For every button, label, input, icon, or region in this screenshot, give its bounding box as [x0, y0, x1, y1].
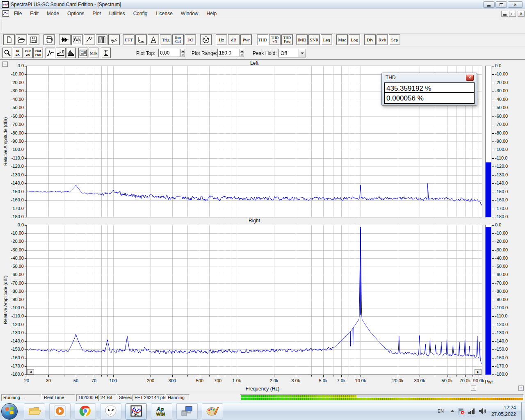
io-device-button[interactable]: I/O — [185, 34, 196, 45]
step-plot-button[interactable] — [56, 48, 66, 58]
imd-button[interactable]: IMD — [296, 34, 308, 45]
mdi-minimize-button[interactable] — [501, 11, 508, 17]
menu-item-plot[interactable]: Plot — [88, 9, 105, 18]
right-spectrum-plot[interactable] — [26, 225, 482, 375]
zoom-button[interactable] — [2, 48, 12, 58]
zoom-out-full-button[interactable]: OutFull — [33, 48, 43, 58]
spectrum-view-button[interactable] — [71, 34, 83, 45]
new-file-button[interactable] — [3, 34, 15, 45]
calibration-button[interactable] — [148, 34, 159, 45]
thd-close-button[interactable]: ✕ — [466, 75, 474, 81]
spectrogram-view-button[interactable] — [96, 34, 107, 45]
menu-item-utilities[interactable]: Utilities — [105, 9, 129, 18]
bar-plot-button[interactable] — [66, 48, 76, 58]
spin-up-button[interactable] — [240, 49, 244, 53]
signal-generator-button[interactable] — [200, 34, 212, 45]
mdi-close-button[interactable]: × — [518, 11, 525, 17]
thd-window[interactable]: THD ✕ 435.359192 % 0.000056 % — [381, 73, 477, 106]
taskbar-foobar-button[interactable] — [100, 403, 121, 420]
amplitude-range-button[interactable] — [101, 48, 111, 58]
line-plot-button[interactable] — [46, 48, 55, 58]
logging-button[interactable]: Log — [349, 34, 360, 45]
run-control-button[interactable]: RunCtrl — [172, 34, 184, 45]
phase-icon — [85, 36, 94, 43]
toolbar-grip[interactable] — [1, 48, 2, 57]
taskbar-devices-button[interactable] — [176, 403, 198, 420]
print-button[interactable] — [43, 34, 55, 45]
fft-settings-button[interactable]: FFT — [123, 34, 135, 45]
menu-item-license[interactable]: License — [151, 9, 176, 18]
thd-freq-button[interactable]: THDFreq — [281, 34, 293, 45]
scroll-left-button[interactable]: ◀ — [27, 369, 34, 374]
y-axis-tick-label: -150.0 — [495, 347, 508, 352]
toolbar-grip[interactable] — [1, 35, 2, 44]
close-button[interactable]: × — [508, 1, 523, 8]
plot-top-input[interactable] — [158, 49, 180, 57]
thd-button-label: THD — [258, 38, 267, 42]
menu-item-config[interactable]: Config — [129, 9, 152, 18]
scaling-button[interactable] — [135, 34, 147, 45]
thd-n-button[interactable]: THD+N — [269, 34, 281, 45]
start-button[interactable] — [1, 403, 18, 420]
plot-range-spinner[interactable] — [240, 49, 244, 57]
clock[interactable]: 12:24 27.05.2022 — [483, 404, 516, 418]
legend-button[interactable] — [78, 48, 88, 58]
mdi-restore-button[interactable] — [509, 11, 516, 17]
network-icon[interactable] — [468, 408, 476, 414]
leq-button[interactable]: Leq — [321, 34, 332, 45]
snr-button[interactable]: SNR — [308, 34, 320, 45]
collapse-x-axis-button[interactable]: − — [471, 386, 476, 391]
language-indicator[interactable]: EN — [438, 409, 444, 413]
document-icon[interactable] — [2, 10, 9, 17]
save-file-button[interactable] — [28, 34, 39, 45]
taskbar-apwin-button[interactable]: ApWIN — [151, 403, 172, 420]
menu-item-edit[interactable]: Edit — [26, 9, 43, 18]
taskbar-paint-button[interactable] — [202, 403, 223, 420]
taskbar-chrome-button[interactable] — [75, 403, 96, 420]
surface-view-button[interactable] — [108, 34, 120, 45]
action-center-icon[interactable] — [458, 407, 465, 417]
y-axis-tick-label: -90.00 — [495, 139, 508, 144]
x-axis-tick-label: 30.0k — [411, 378, 429, 383]
plot-range-input[interactable] — [217, 49, 239, 57]
taskbar-spectraplus-button[interactable]: SC — [126, 403, 147, 420]
peak-hold-select[interactable]: Off — [278, 49, 306, 57]
taskbar-mediaplayer-button[interactable] — [49, 403, 71, 420]
menu-item-file[interactable]: File — [10, 9, 26, 18]
scroll-right-button[interactable]: ▶ — [475, 369, 482, 374]
minimize-button[interactable] — [483, 1, 495, 8]
show-hidden-icons-button[interactable] — [450, 410, 454, 412]
expand-button[interactable]: + — [518, 386, 524, 391]
plot-top-spinner[interactable] — [180, 49, 185, 57]
delay-button[interactable]: Dly — [364, 34, 376, 45]
menu-item-window[interactable]: Window — [177, 9, 203, 18]
macro-button[interactable]: Mac — [336, 34, 348, 45]
show-desktop-button[interactable] — [521, 402, 525, 420]
spin-down-button[interactable] — [240, 53, 244, 57]
toolbar-grip[interactable] — [1, 20, 2, 32]
power-spectrum-button[interactable]: Pwr — [240, 34, 252, 45]
zoom-out-2x-button[interactable]: Out2X — [23, 48, 33, 58]
thd-button[interactable]: THD — [257, 34, 268, 45]
open-file-button[interactable] — [16, 34, 27, 45]
reverb-button[interactable]: Rvb — [377, 34, 388, 45]
menu-item-options[interactable]: Options — [63, 9, 88, 18]
marker-button[interactable]: Mrk — [89, 48, 98, 58]
amplitude-units-button[interactable]: dB — [228, 34, 240, 45]
zoom-in-2x-button[interactable]: In2X — [13, 48, 23, 58]
scope-button[interactable]: Scp — [389, 34, 400, 45]
frequency-units-button[interactable]: Hz — [216, 34, 227, 45]
spin-up-button[interactable] — [180, 49, 185, 53]
dropdown-button[interactable] — [299, 49, 306, 57]
y-tick — [25, 333, 27, 333]
menu-item-help[interactable]: Help — [203, 9, 221, 18]
trigger-button[interactable]: Trig — [160, 34, 171, 45]
phase-view-button[interactable] — [84, 34, 95, 45]
maximize-button[interactable] — [495, 1, 507, 8]
taskbar-explorer-button[interactable] — [24, 403, 45, 420]
spin-down-button[interactable] — [180, 53, 185, 57]
replay-button[interactable] — [59, 34, 71, 45]
menu-item-mode[interactable]: Mode — [43, 9, 63, 18]
plot-top-label: Plot Top: — [136, 50, 155, 56]
status-panels: Running...Real Time192000 Hz24 BitStereo… — [0, 394, 189, 401]
